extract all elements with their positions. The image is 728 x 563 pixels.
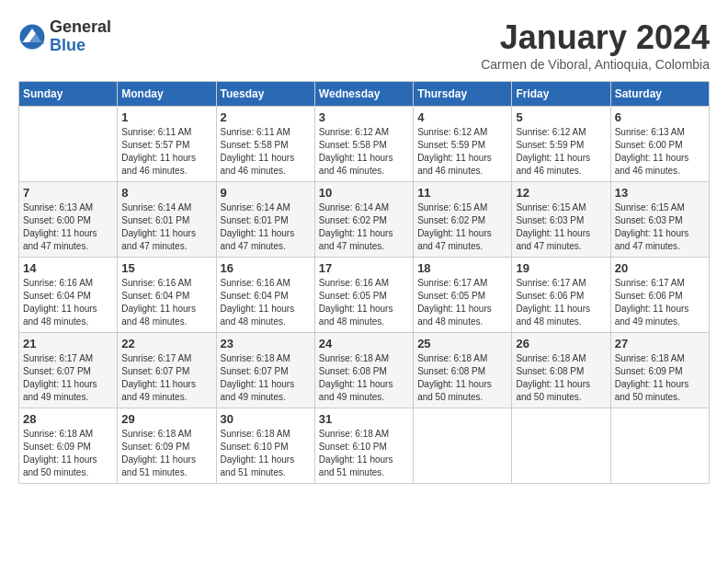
- day-info: Sunrise: 6:18 AMSunset: 6:08 PMDaylight:…: [516, 352, 606, 404]
- day-number: 8: [121, 186, 211, 200]
- day-cell: 11Sunrise: 6:15 AMSunset: 6:02 PMDayligh…: [414, 182, 512, 258]
- day-info: Sunrise: 6:14 AMSunset: 6:01 PMDaylight:…: [121, 201, 211, 253]
- day-cell: 18Sunrise: 6:17 AMSunset: 6:05 PMDayligh…: [414, 258, 512, 333]
- day-cell: 20Sunrise: 6:17 AMSunset: 6:06 PMDayligh…: [610, 258, 709, 333]
- calendar-body: 1Sunrise: 6:11 AMSunset: 5:57 PMDaylight…: [19, 107, 710, 484]
- day-info: Sunrise: 6:13 AMSunset: 6:00 PMDaylight:…: [615, 126, 705, 178]
- week-row-1: 1Sunrise: 6:11 AMSunset: 5:57 PMDaylight…: [19, 107, 710, 182]
- day-cell: 3Sunrise: 6:12 AMSunset: 5:58 PMDaylight…: [314, 107, 413, 182]
- day-number: 6: [615, 110, 705, 124]
- day-info: Sunrise: 6:18 AMSunset: 6:09 PMDaylight:…: [615, 352, 705, 404]
- day-info: Sunrise: 6:17 AMSunset: 6:05 PMDaylight:…: [417, 277, 507, 328]
- day-cell: 25Sunrise: 6:18 AMSunset: 6:08 PMDayligh…: [414, 333, 512, 408]
- day-number: 20: [615, 261, 705, 275]
- page-header: General Blue January 2024 Carmen de Vibo…: [18, 18, 710, 72]
- day-info: Sunrise: 6:12 AMSunset: 5:59 PMDaylight:…: [516, 126, 606, 178]
- col-header-thursday: Thursday: [414, 82, 512, 107]
- day-number: 25: [417, 337, 507, 350]
- day-cell: [512, 408, 610, 484]
- day-info: Sunrise: 6:18 AMSunset: 6:10 PMDaylight:…: [221, 428, 311, 479]
- day-number: 5: [516, 110, 606, 124]
- day-number: 15: [121, 261, 211, 275]
- day-cell: 14Sunrise: 6:16 AMSunset: 6:04 PMDayligh…: [19, 258, 118, 333]
- day-info: Sunrise: 6:14 AMSunset: 6:01 PMDaylight:…: [221, 201, 311, 253]
- day-number: 24: [319, 337, 409, 350]
- day-cell: 28Sunrise: 6:18 AMSunset: 6:09 PMDayligh…: [19, 408, 118, 484]
- day-cell: 24Sunrise: 6:18 AMSunset: 6:08 PMDayligh…: [314, 333, 413, 408]
- day-number: 23: [221, 337, 311, 350]
- month-title: January 2024: [481, 18, 710, 57]
- day-cell: 21Sunrise: 6:17 AMSunset: 6:07 PMDayligh…: [19, 333, 118, 408]
- day-number: 7: [23, 186, 113, 200]
- day-cell: 29Sunrise: 6:18 AMSunset: 6:09 PMDayligh…: [118, 408, 216, 484]
- day-number: 21: [23, 337, 113, 350]
- day-number: 10: [319, 186, 409, 200]
- week-row-4: 21Sunrise: 6:17 AMSunset: 6:07 PMDayligh…: [19, 333, 710, 408]
- day-info: Sunrise: 6:11 AMSunset: 5:58 PMDaylight:…: [221, 126, 311, 178]
- day-cell: 26Sunrise: 6:18 AMSunset: 6:08 PMDayligh…: [512, 333, 610, 408]
- day-info: Sunrise: 6:14 AMSunset: 6:02 PMDaylight:…: [319, 201, 409, 253]
- day-cell: 4Sunrise: 6:12 AMSunset: 5:59 PMDaylight…: [414, 107, 512, 182]
- day-number: 12: [516, 186, 606, 200]
- day-number: 3: [319, 110, 409, 124]
- day-cell: 27Sunrise: 6:18 AMSunset: 6:09 PMDayligh…: [610, 333, 709, 408]
- day-info: Sunrise: 6:17 AMSunset: 6:07 PMDaylight:…: [23, 352, 113, 404]
- day-number: 30: [221, 412, 311, 426]
- day-info: Sunrise: 6:18 AMSunset: 6:09 PMDaylight:…: [23, 428, 113, 479]
- day-cell: 19Sunrise: 6:17 AMSunset: 6:06 PMDayligh…: [512, 258, 610, 333]
- day-cell: [19, 107, 118, 182]
- day-number: 18: [417, 261, 507, 275]
- day-number: 28: [23, 412, 113, 426]
- week-row-5: 28Sunrise: 6:18 AMSunset: 6:09 PMDayligh…: [19, 408, 710, 484]
- title-block: January 2024 Carmen de Viboral, Antioqui…: [481, 18, 710, 72]
- day-number: 31: [319, 412, 409, 426]
- day-info: Sunrise: 6:17 AMSunset: 6:07 PMDaylight:…: [121, 352, 211, 404]
- day-info: Sunrise: 6:16 AMSunset: 6:04 PMDaylight:…: [121, 277, 211, 328]
- day-cell: 5Sunrise: 6:12 AMSunset: 5:59 PMDaylight…: [512, 107, 610, 182]
- day-info: Sunrise: 6:17 AMSunset: 6:06 PMDaylight:…: [516, 277, 606, 328]
- day-cell: 6Sunrise: 6:13 AMSunset: 6:00 PMDaylight…: [610, 107, 709, 182]
- col-header-wednesday: Wednesday: [314, 82, 413, 107]
- day-info: Sunrise: 6:12 AMSunset: 5:59 PMDaylight:…: [417, 126, 507, 178]
- day-number: 27: [615, 337, 705, 350]
- day-cell: [610, 408, 709, 484]
- day-cell: 30Sunrise: 6:18 AMSunset: 6:10 PMDayligh…: [216, 408, 314, 484]
- day-info: Sunrise: 6:15 AMSunset: 6:02 PMDaylight:…: [417, 201, 507, 253]
- day-number: 14: [23, 261, 113, 275]
- day-info: Sunrise: 6:11 AMSunset: 5:57 PMDaylight:…: [121, 126, 211, 178]
- day-cell: 12Sunrise: 6:15 AMSunset: 6:03 PMDayligh…: [512, 182, 610, 258]
- day-cell: 15Sunrise: 6:16 AMSunset: 6:04 PMDayligh…: [118, 258, 216, 333]
- day-cell: 16Sunrise: 6:16 AMSunset: 6:04 PMDayligh…: [216, 258, 314, 333]
- col-header-monday: Monday: [118, 82, 216, 107]
- day-info: Sunrise: 6:18 AMSunset: 6:09 PMDaylight:…: [121, 428, 211, 479]
- col-header-friday: Friday: [512, 82, 610, 107]
- day-cell: 2Sunrise: 6:11 AMSunset: 5:58 PMDaylight…: [216, 107, 314, 182]
- day-number: 2: [221, 110, 311, 124]
- logo-text: General Blue: [50, 18, 111, 55]
- logo-blue-text: Blue: [50, 37, 111, 55]
- day-number: 4: [417, 110, 507, 124]
- col-header-tuesday: Tuesday: [216, 82, 314, 107]
- day-cell: [414, 408, 512, 484]
- day-info: Sunrise: 6:18 AMSunset: 6:08 PMDaylight:…: [319, 352, 409, 404]
- day-number: 9: [221, 186, 311, 200]
- day-number: 26: [516, 337, 606, 350]
- day-info: Sunrise: 6:16 AMSunset: 6:04 PMDaylight:…: [23, 277, 113, 328]
- day-info: Sunrise: 6:13 AMSunset: 6:00 PMDaylight:…: [23, 201, 113, 253]
- day-number: 19: [516, 261, 606, 275]
- day-info: Sunrise: 6:12 AMSunset: 5:58 PMDaylight:…: [319, 126, 409, 178]
- logo-general-text: General: [50, 18, 111, 37]
- day-number: 16: [221, 261, 311, 275]
- day-info: Sunrise: 6:18 AMSunset: 6:07 PMDaylight:…: [221, 352, 311, 404]
- day-cell: 31Sunrise: 6:18 AMSunset: 6:10 PMDayligh…: [314, 408, 413, 484]
- day-info: Sunrise: 6:16 AMSunset: 6:05 PMDaylight:…: [319, 277, 409, 328]
- day-info: Sunrise: 6:15 AMSunset: 6:03 PMDaylight:…: [516, 201, 606, 253]
- day-info: Sunrise: 6:18 AMSunset: 6:08 PMDaylight:…: [417, 352, 507, 404]
- day-cell: 22Sunrise: 6:17 AMSunset: 6:07 PMDayligh…: [118, 333, 216, 408]
- calendar-header: SundayMondayTuesdayWednesdayThursdayFrid…: [19, 82, 710, 107]
- logo: General Blue: [18, 18, 111, 55]
- day-number: 1: [121, 110, 211, 124]
- day-cell: 10Sunrise: 6:14 AMSunset: 6:02 PMDayligh…: [314, 182, 413, 258]
- day-number: 17: [319, 261, 409, 275]
- day-number: 11: [417, 186, 507, 200]
